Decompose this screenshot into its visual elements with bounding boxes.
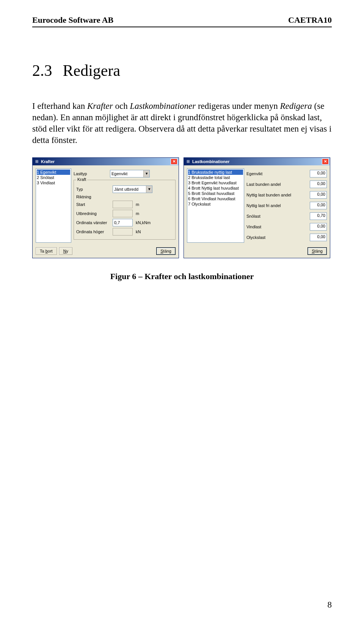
window-krafter: ⊞ Krafter ✕ 1 Egenvikt 2 Snölast 3 Vindl… — [32, 157, 179, 258]
krafter-listbox[interactable]: 1 Egenvikt 2 Snölast 3 Vindlast — [36, 168, 71, 243]
stang-button[interactable]: Stäng — [308, 247, 327, 255]
start-input[interactable] — [113, 201, 133, 208]
lasttyp-combo[interactable]: Egenvikt ▾ — [110, 170, 150, 177]
close-icon[interactable]: ✕ — [322, 159, 329, 165]
list-item[interactable]: 2 Bruksstadie total last — [188, 175, 243, 180]
ordh-input[interactable] — [113, 228, 133, 236]
ordh-label: Ordinata höger — [76, 229, 111, 234]
section-number: 2.3 — [32, 61, 52, 80]
list-item[interactable]: 4 Brott Nyttig last huvudlast — [188, 185, 243, 191]
ny-button[interactable]: Ny — [59, 247, 72, 255]
list-item[interactable]: 2 Snölast — [37, 175, 70, 180]
row-label: Vindlast — [246, 225, 308, 229]
row-label: Nyttig last bunden andel — [246, 193, 308, 197]
titlebar-krafter[interactable]: ⊞ Krafter ✕ — [33, 158, 179, 165]
body-paragraph: I efterhand kan Krafter och Lastkombinat… — [32, 101, 332, 146]
titlebar-lastkombinationer[interactable]: ⊞ Lastkombinationer ✕ — [184, 158, 330, 165]
row-value[interactable]: 0,70 — [310, 212, 327, 220]
page-header: Eurocode Software AB CAETRA10 — [32, 15, 332, 25]
figure-row: ⊞ Krafter ✕ 1 Egenvikt 2 Snölast 3 Vindl… — [32, 157, 332, 258]
utbredning-unit: m — [136, 211, 139, 216]
list-item[interactable]: 7 Olyckslast — [188, 201, 243, 207]
header-right: CAETRA10 — [288, 15, 332, 25]
app-icon: ⊞ — [185, 159, 191, 164]
stang-button[interactable]: Stäng — [156, 247, 176, 255]
row-value[interactable]: 0,00 — [310, 181, 327, 188]
row-label: Nyttig last fri andel — [246, 203, 308, 208]
ordh-unit: kN — [136, 229, 141, 234]
typ-label: Typ — [76, 187, 111, 192]
start-label: Start — [76, 202, 111, 207]
tabort-button[interactable]: Ta bort — [36, 247, 57, 255]
figure-caption: Figur 6 – Krafter och lastkombinationer — [32, 272, 332, 281]
row-value[interactable]: 0,00 — [310, 170, 327, 177]
typ-combo[interactable]: Jämt utbredd ▾ — [113, 185, 152, 193]
group-legend: Kraft — [76, 177, 87, 182]
utbredning-label: Utbredning — [76, 211, 111, 216]
utbredning-input[interactable] — [113, 210, 133, 217]
start-unit: m — [136, 202, 139, 207]
lastkomb-listbox[interactable]: 1 Bruksstadie nyttig last 2 Bruksstadie … — [187, 168, 244, 243]
row-label: Last bunden andel — [246, 182, 308, 187]
row-value[interactable]: 0,00 — [310, 202, 327, 209]
title-text: Lastkombinationer — [192, 159, 320, 164]
list-item[interactable]: 1 Egenvikt — [37, 170, 70, 175]
chevron-down-icon[interactable]: ▾ — [146, 186, 152, 193]
ordv-label: Ordinata vänster — [76, 220, 111, 225]
section-title: Redigera — [63, 62, 121, 79]
ordv-unit: kN,kNm — [136, 220, 151, 225]
header-rule — [32, 27, 332, 27]
section-heading: 2.3Redigera — [32, 61, 332, 80]
row-value[interactable]: 0,00 — [310, 223, 327, 231]
title-text: Krafter — [41, 159, 169, 164]
list-item[interactable]: 3 Vindlast — [37, 180, 70, 185]
kraft-group: Kraft Typ Jämt utbredd ▾ Riktning — [74, 180, 176, 240]
page-number: 8 — [328, 600, 332, 610]
ordv-input[interactable]: 0,7 — [113, 219, 133, 226]
list-item[interactable]: 5 Brott Snölast huvudlast — [188, 191, 243, 196]
header-left: Eurocode Software AB — [32, 15, 113, 25]
row-label: Egenvikt — [246, 171, 308, 176]
close-icon[interactable]: ✕ — [171, 159, 177, 165]
list-item[interactable]: 3 Brott Egenvikt huvudlast — [188, 180, 243, 185]
riktning-label: Riktning — [76, 195, 111, 199]
row-value[interactable]: 0,00 — [310, 234, 327, 241]
row-label: Olyckslast — [246, 235, 308, 240]
list-item[interactable]: 1 Bruksstadie nyttig last — [188, 170, 243, 175]
app-icon: ⊞ — [34, 159, 39, 164]
row-label: Snölast — [246, 214, 308, 218]
row-value[interactable]: 0,00 — [310, 191, 327, 199]
chevron-down-icon[interactable]: ▾ — [143, 170, 149, 177]
window-lastkombinationer: ⊞ Lastkombinationer ✕ 1 Bruksstadie nytt… — [184, 157, 330, 258]
lasttyp-label: Lasttyp — [74, 171, 108, 176]
list-item[interactable]: 6 Brott Vindlast huvudlast — [188, 196, 243, 201]
